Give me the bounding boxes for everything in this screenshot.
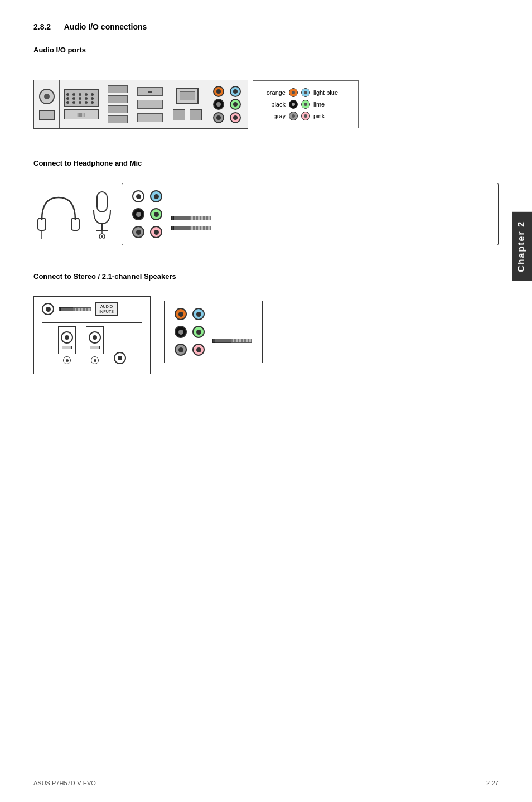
spk-jack-gray [175, 344, 187, 356]
svg-rect-1 [71, 218, 79, 230]
audio-input-row: AUDIOINPUTS [42, 302, 142, 316]
legend-jack-pink [301, 112, 310, 120]
dp-port [137, 113, 163, 122]
rj45-section [168, 80, 206, 128]
devices-area [33, 183, 122, 245]
jack-row-gray [213, 112, 241, 123]
jack-back-2 [150, 190, 162, 202]
ps2-port-1 [39, 89, 55, 104]
jack-gray [213, 112, 224, 123]
amp-plug [59, 307, 91, 311]
jack-row-top [132, 190, 162, 202]
legend-row-gray: gray pink [261, 112, 350, 120]
subsection2-title: Connect to Headphone and Mic [33, 159, 499, 167]
subsection3-title: Connect to Stereo / 2.1-channel Speakers [33, 272, 499, 281]
usb-port-2 [108, 95, 128, 103]
hdmi-section: ▬ [132, 80, 168, 128]
page-footer: ASUS P7H57D-V EVO 2-27 [0, 775, 532, 791]
mic-svg [91, 189, 113, 239]
esata-port [137, 100, 163, 109]
svg-point-8 [101, 235, 103, 238]
subwoofer-2 [91, 356, 99, 364]
spk-plug-area [212, 339, 252, 343]
jack-back-4 [150, 208, 162, 220]
legend-label-lime: lime [313, 101, 325, 108]
legend-row-black: black lime [261, 100, 350, 109]
audio-ports-diagram: |||||||| ▬ [33, 80, 499, 129]
audio-jacks-section [206, 80, 248, 128]
motherboard-panel: |||||||| ▬ [33, 80, 248, 129]
speakers-row [46, 326, 138, 364]
legend-jack-black [289, 100, 298, 109]
plug-mic [171, 226, 211, 230]
jack-black [213, 99, 224, 110]
spk-jack-row3 [175, 344, 205, 356]
plug-headphone [171, 216, 211, 220]
speaker-unit-2 [86, 326, 104, 364]
legend-label-orange: orange [261, 89, 286, 96]
jack-orange [213, 86, 224, 97]
svg-rect-0 [38, 218, 46, 230]
legend-label-pink: pink [313, 113, 325, 119]
footer-product: ASUS P7H57D-V EVO [33, 780, 96, 786]
legend-row-orange: orange light blue [261, 88, 350, 97]
back-panel [132, 190, 162, 238]
amplifier-box: AUDIOINPUTS [33, 296, 151, 374]
jack-row-orange [213, 86, 241, 97]
legend-label-gray: gray [261, 113, 286, 119]
speaker-back-panel [164, 301, 263, 363]
speaker-box-2 [86, 326, 104, 354]
chapter-tab: Chapter 2 [512, 212, 532, 281]
usb-port-3 [108, 105, 128, 113]
section-title: Audio I/O connections [64, 22, 147, 31]
amp-jack [42, 303, 54, 315]
subwoofer-unit [114, 326, 126, 364]
subsection1-title: Audio I/O ports [33, 46, 499, 54]
legend-label-lightblue: light blue [313, 89, 338, 96]
speakers-inner-box [42, 322, 142, 368]
ps2-section [34, 80, 60, 128]
spk-jack-pink [192, 344, 205, 356]
jack-lime [230, 99, 241, 110]
connect-lines [122, 183, 499, 245]
audio-inputs-label: AUDIOINPUTS [95, 302, 118, 316]
spk-jack-lightblue [192, 308, 205, 320]
legend-jack-orange [289, 88, 298, 97]
usb-pair [173, 109, 202, 120]
jack-row-mid [132, 208, 162, 220]
audio-legend: orange light blue black lime gray [253, 80, 359, 128]
jack-light-blue [230, 86, 241, 97]
rj45-port [176, 88, 199, 104]
parallel-port: |||||||| [64, 109, 99, 119]
section-number: 2.8.2 [33, 22, 51, 31]
spk-jack-lime [192, 326, 205, 338]
hdmi-port: ▬ [137, 87, 163, 96]
connection-box [122, 183, 499, 245]
woofer-2 [89, 331, 101, 344]
speaker-box-1 [58, 326, 76, 354]
speaker-unit-1 [58, 326, 76, 364]
usb-small-1 [173, 109, 185, 120]
page-content: 2.8.2 Audio I/O connections Audio I/O po… [0, 0, 532, 408]
footer-page: 2-27 [486, 780, 499, 786]
woofer-1 [61, 331, 73, 344]
jack-back-1 [132, 190, 144, 202]
legend-jack-gray [289, 112, 298, 120]
spk-jack-black [175, 326, 187, 338]
usb-port-4 [108, 115, 128, 123]
jack-row-bot [132, 226, 162, 238]
headphone-svg [33, 189, 84, 239]
section-heading: 2.8.2 Audio I/O connections [33, 22, 499, 31]
plugs-area [171, 216, 211, 230]
speaker-diagram: AUDIOINPUTS [33, 296, 499, 374]
jack-pink [230, 112, 241, 123]
usb-section [103, 80, 132, 128]
tweeter-1 [62, 346, 72, 349]
jack-back-6 [150, 226, 162, 238]
spk-jack-row1 [175, 308, 205, 320]
vga-section: |||||||| [60, 80, 103, 128]
subwoofer-1 [63, 356, 71, 364]
tweeter-2 [90, 346, 100, 349]
usb-slot-left [39, 110, 55, 120]
usb-small-2 [190, 109, 202, 120]
